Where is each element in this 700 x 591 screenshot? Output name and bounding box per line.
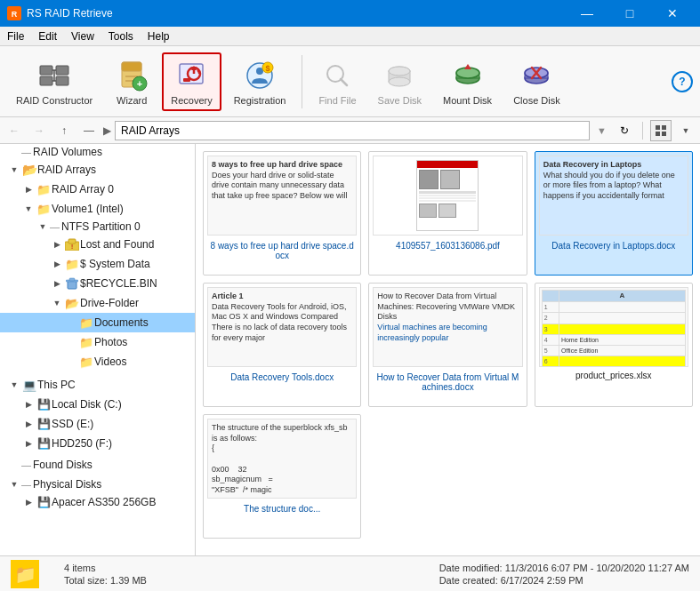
file-card-7[interactable]: The structure of the superblock xfs_sb i…	[203, 414, 361, 539]
sidebar-item-apacer[interactable]: ▶ 💾 Apacer AS350 256GB	[0, 492, 195, 512]
expand-icon: ▶	[21, 419, 36, 428]
maximize-button[interactable]: □	[609, 0, 650, 27]
address-input[interactable]	[115, 121, 590, 140]
back-button[interactable]: ←	[4, 120, 25, 141]
sidebar-item-recycle-bin[interactable]: ▶ $RECYCLE.BIN	[0, 274, 195, 293]
items-count: 4 items	[64, 563, 147, 573]
file-card-5[interactable]: How to Recover Data from Virtual Machine…	[368, 283, 527, 407]
folder-icon: 📂	[21, 162, 37, 178]
status-dates: Date modified: 11/3/2016 6:07 PM - 10/20…	[439, 563, 689, 586]
expand-icon: ▼	[7, 165, 21, 174]
sidebar-item-drive-folder[interactable]: ▼ 📂 Drive-Folder	[0, 293, 195, 313]
find-file-button[interactable]: Find File	[310, 52, 365, 111]
sidebar-item-physical-disks[interactable]: ▼ — Physical Disks	[0, 476, 195, 492]
svg-rect-39	[656, 125, 660, 130]
wizard-button[interactable]: + Wizard	[105, 52, 158, 111]
sidebar-item-system-data[interactable]: ▶ 📁 $ System Data	[0, 254, 195, 274]
sidebar-item-volume1-intel[interactable]: ▼ 📁 Volume1 (Intel)	[0, 199, 195, 219]
save-disk-label: Save Disk	[378, 95, 422, 106]
view-dropdown-button[interactable]: ▼	[675, 120, 696, 141]
toolbar-separator-1	[302, 55, 302, 108]
expand-icon: ▶	[21, 439, 36, 448]
expand-icon: ▶	[50, 260, 64, 268]
file-card-3[interactable]: Data Recovery in Laptops What should you…	[535, 151, 693, 276]
file-name-3: Data Recovery in Laptops.docx	[539, 239, 688, 252]
menu-bar: File Edit View Tools Help	[0, 27, 700, 46]
svg-rect-19	[183, 78, 190, 82]
close-disk-button[interactable]: Close Disk	[504, 52, 569, 111]
sidebar-item-this-pc[interactable]: ▼ 💻 This PC	[0, 375, 195, 395]
file-preview-2	[373, 156, 522, 236]
date-created-label: Date created:	[439, 575, 498, 586]
sidebar-tree: — RAID Volumes ▼ 📂 RAID Arrays ▶ 📁 RAID …	[0, 144, 196, 555]
forward-button[interactable]: →	[28, 120, 50, 141]
sidebar-item-ssd-e[interactable]: ▶ 💾 SSD (E:)	[0, 414, 195, 434]
svg-rect-46	[68, 281, 76, 289]
window-controls: — □ ✕	[567, 0, 693, 27]
sidebar-item-lost-and-found[interactable]: ▶ ! Lost and Found	[0, 235, 195, 254]
menu-view[interactable]: View	[64, 28, 101, 44]
sidebar-item-documents[interactable]: 📁 Documents	[0, 313, 195, 332]
folder-icon: 📁	[64, 256, 80, 272]
svg-rect-41	[656, 132, 660, 136]
folder-yellow-icon: 📁	[78, 334, 94, 350]
sidebar-item-found-disks[interactable]: — Found Disks	[0, 457, 195, 473]
breadcrumb-sep: ▼	[593, 125, 610, 136]
minimize-button[interactable]: —	[567, 0, 607, 27]
registration-label: Registration	[234, 95, 286, 106]
menu-tools[interactable]: Tools	[101, 28, 141, 44]
sidebar-item-raid-volumes[interactable]: — RAID Volumes	[0, 144, 195, 160]
sidebar-item-local-disk-c[interactable]: ▶ 💾 Local Disk (C:)	[0, 395, 195, 414]
recovery-label: Recovery	[171, 95, 212, 106]
svg-text:!: !	[71, 243, 74, 251]
svg-rect-4	[56, 66, 68, 75]
file-name-6: product_prices.xlsx	[539, 371, 688, 380]
help-button[interactable]: ?	[672, 71, 693, 92]
expand-icon: ▼	[21, 204, 36, 213]
home-button[interactable]: —	[78, 120, 100, 141]
date-modified: Date modified: 11/3/2016 6:07 PM - 10/20…	[439, 563, 689, 573]
status-info: 4 items Total size: 1.39 MB	[64, 563, 147, 586]
menu-edit[interactable]: Edit	[31, 28, 64, 44]
registration-icon: $	[242, 58, 278, 93]
view-icons-button[interactable]	[650, 120, 672, 141]
expand-icon: ▼	[36, 222, 50, 231]
sidebar-item-photos[interactable]: 📁 Photos	[0, 332, 195, 352]
svg-rect-10	[122, 62, 141, 71]
recovery-button[interactable]: Recovery	[162, 52, 221, 111]
lost-found-icon: !	[64, 236, 80, 252]
sidebar-item-raid-array-0[interactable]: ▶ 📁 RAID Array 0	[0, 180, 195, 199]
menu-file[interactable]: File	[0, 28, 31, 44]
svg-line-25	[341, 79, 347, 85]
file-name-1: 8 ways to free up hard drive space.docx	[207, 239, 357, 262]
refresh-button[interactable]: ↻	[614, 120, 635, 141]
folder-icon: 📁	[36, 181, 52, 197]
menu-help[interactable]: Help	[141, 28, 177, 44]
file-card-6[interactable]: A 1 2 3 4Home Edition 5Office Edition 6 …	[535, 283, 693, 407]
close-button[interactable]: ✕	[652, 0, 693, 27]
drive-icon: 💾	[36, 416, 52, 432]
file-card-2[interactable]: 4109557_1603136086.pdf	[368, 151, 527, 276]
file-name-4: Data Recovery Tools.docx	[207, 371, 357, 384]
raid-constructor-button[interactable]: RAID Constructor	[7, 52, 101, 111]
save-disk-button[interactable]: Save Disk	[369, 52, 431, 111]
status-bar: 📁 4 items Total size: 1.39 MB Date modif…	[0, 555, 700, 591]
sidebar-item-raid-arrays[interactable]: ▼ 📂 RAID Arrays	[0, 160, 195, 180]
svg-text:R: R	[12, 10, 18, 19]
up-button[interactable]: ↑	[53, 120, 75, 141]
registration-button[interactable]: $ Registration	[225, 52, 295, 111]
sidebar-item-videos[interactable]: 📁 Videos	[0, 352, 195, 371]
folder-open-icon: 📂	[64, 295, 80, 311]
mount-disk-button[interactable]: Mount Disk	[434, 52, 501, 111]
recycle-icon	[64, 276, 80, 292]
expand-icon: ▶	[50, 240, 64, 249]
app-icon: R	[7, 6, 21, 20]
svg-point-29	[389, 67, 410, 76]
file-preview-1: 8 ways to free up hard drive space Does …	[207, 156, 357, 236]
file-card-1[interactable]: 8 ways to free up hard drive space Does …	[203, 151, 361, 276]
drive-icon: 💾	[36, 435, 52, 451]
computer-icon: 💻	[21, 377, 37, 393]
file-card-4[interactable]: Article 1 Data Recovery Tools for Androi…	[203, 283, 361, 407]
sidebar-item-ntfs-partition[interactable]: ▼ — NTFS Partition 0	[0, 219, 195, 235]
sidebar-item-hdd250-f[interactable]: ▶ 💾 HDD250 (F:)	[0, 434, 195, 453]
